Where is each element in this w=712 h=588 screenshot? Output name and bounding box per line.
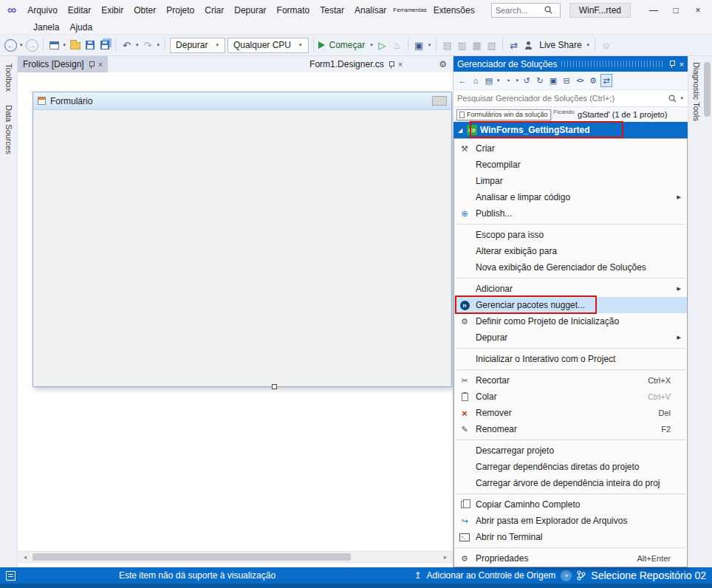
solution-search-input[interactable] [457, 94, 665, 103]
project-node[interactable]: ◢ C# WinForms_GettingStarted [453, 122, 688, 138]
redo-dropdown-icon[interactable]: ▾ [157, 42, 160, 48]
select-repository-button[interactable]: Selecione Repositório 02 [591, 570, 706, 581]
menu-janela[interactable]: Janela [28, 21, 64, 34]
menu-criar[interactable]: Criar [199, 4, 229, 17]
nest-files-icon[interactable]: ▣ [547, 74, 559, 87]
new-project-dropdown-icon[interactable]: ▾ [64, 42, 66, 48]
scrollbar-track[interactable] [31, 552, 439, 562]
menu-obter[interactable]: Obter [129, 4, 161, 17]
quick-search[interactable] [491, 3, 561, 18]
live-share-dropdown-icon[interactable]: ▾ [587, 42, 590, 48]
sign-in-icon[interactable]: ⇄ [507, 38, 520, 52]
menu-item-limpar[interactable]: Limpar [454, 173, 687, 189]
start-dropdown-icon[interactable]: ▾ [370, 42, 373, 48]
expand-icon[interactable]: ◢ [456, 127, 464, 134]
solution-explorer-header[interactable]: Gerenciador de Soluções × [453, 56, 688, 72]
menu-extensoes[interactable]: Extensões [428, 4, 480, 17]
search-options-dropdown-icon[interactable]: ▾ [680, 95, 683, 101]
menu-item-copiar-caminho-completo[interactable]: Copiar Caminho Completo [454, 496, 687, 513]
back-dropdown-icon[interactable]: ▾ [20, 42, 23, 48]
properties-icon[interactable]: ⚙ [587, 74, 599, 87]
switch-views-icon[interactable]: ▤ [483, 74, 495, 87]
vertical-scrollbar-thumb[interactable] [704, 62, 711, 117]
collapse-all-icon[interactable]: ⊟ [561, 74, 572, 87]
menu-item-adicionar[interactable]: Adicionar ▶ [454, 281, 687, 297]
menu-editar[interactable]: Editar [63, 4, 96, 17]
redo-icon[interactable]: ↷ [142, 38, 154, 52]
designed-form[interactable]: Formulário [32, 92, 452, 387]
menu-projeto[interactable]: Projeto [161, 4, 199, 17]
close-button[interactable]: × [687, 1, 709, 19]
menu-ferramentas[interactable]: Ferramentas [391, 5, 428, 15]
live-share-label[interactable]: Live Share [539, 40, 581, 50]
view-code-icon[interactable]: <> [574, 74, 586, 87]
menu-item-descarregar-projeto[interactable]: Descarregar projeto [454, 442, 687, 459]
menu-item-escopo[interactable]: Escopo para isso [454, 227, 687, 243]
drag-handle[interactable] [561, 61, 663, 67]
sidebar-tab-toolbox[interactable]: Toolbox [4, 64, 13, 92]
menu-item-gerenciar-pacotes-nuget[interactable]: n Gerenciar pacotes nugget... [454, 297, 687, 313]
pin-icon[interactable] [88, 61, 95, 69]
menu-item-abrir-pasta-explorador[interactable]: ↪ Abrir pasta em Explorador de Arquivos [454, 513, 687, 529]
pending-dropdown-icon[interactable]: ▾ [516, 78, 519, 83]
menu-item-propriedades[interactable]: ⚙ Propriedades Alt+Enter [454, 550, 687, 567]
align-lefts-icon[interactable]: ▤ [441, 38, 453, 52]
tab-frolics-design[interactable]: Frolics [Design] × [18, 56, 108, 72]
menu-ajuda[interactable]: Ajuda [64, 21, 97, 34]
new-project-icon[interactable] [48, 38, 61, 52]
menu-item-nova-exibicao[interactable]: Nova exibição de Gerenciador de Soluções [454, 259, 687, 276]
pending-changes-icon[interactable]: ◔ [502, 74, 514, 87]
open-file-icon[interactable] [69, 38, 81, 52]
menu-item-remover[interactable]: × Remover Del [454, 405, 687, 421]
tab-form1-designer[interactable]: Form1.Designer.cs × [304, 56, 408, 72]
views-dropdown-icon[interactable]: ▾ [497, 78, 500, 83]
add-to-source-control-button[interactable]: Adicionar ao Controle de Origem [427, 570, 556, 581]
save-icon[interactable] [83, 38, 96, 52]
menu-item-carregar-arvore-dependencia[interactable]: Carregar árvore de dependência inteira d… [454, 475, 687, 491]
undo-dropdown-icon[interactable]: ▾ [136, 42, 139, 48]
menu-item-recompilar[interactable]: Recompilar [454, 157, 687, 173]
menu-item-alterar-exibicao[interactable]: Alterar exibição para [454, 243, 687, 259]
tab-options-gear-icon[interactable]: ⚙ [433, 56, 453, 72]
live-share-icon[interactable] [522, 38, 535, 52]
start-debug-icon[interactable] [318, 41, 325, 49]
menu-analisar[interactable]: Analisar [349, 4, 391, 17]
align-centers-icon[interactable]: ▥ [456, 38, 468, 52]
tab-close-icon[interactable]: × [98, 60, 103, 69]
menu-item-inicializar-interativo[interactable]: Inicializar o Interativo com o Project [454, 351, 687, 367]
horizontal-scrollbar[interactable]: ◂ ▸ [18, 551, 452, 563]
navigate-forward-icon[interactable]: → [26, 39, 38, 52]
align-tops-icon[interactable]: ▧ [485, 38, 498, 52]
menu-item-colar[interactable]: Colar Ctrl+V [454, 389, 687, 405]
home-icon[interactable]: ⌂ [470, 74, 482, 87]
pin-icon[interactable] [668, 60, 675, 68]
preview-selected-icon[interactable]: ⇄ [600, 74, 612, 87]
menu-formato[interactable]: Formato [272, 4, 315, 17]
scroll-left-icon[interactable]: ◂ [19, 553, 31, 561]
navigate-back-icon[interactable]: ← [4, 39, 17, 52]
menu-item-criar[interactable]: ⚒ Criar [454, 140, 687, 157]
menu-item-definir-projeto-inicializacao[interactable]: ⚙ Definir como Projeto de Inicialização [454, 313, 687, 329]
designed-form-body[interactable] [33, 110, 451, 386]
minimize-button[interactable]: — [643, 1, 665, 19]
menu-item-recortar[interactable]: ✂ Recortar Ctrl+X [454, 372, 687, 389]
sidebar-tab-diagnostic-tools[interactable]: Diagnostic Tools [692, 62, 701, 121]
menu-depurar[interactable]: Depurar [229, 4, 271, 17]
sync-with-active-icon[interactable]: ↺ [521, 74, 533, 87]
sidebar-tab-data-sources[interactable]: Data Sources [4, 105, 13, 154]
find-in-files-icon[interactable]: ▣ [413, 38, 425, 52]
undo-icon[interactable]: ↶ [120, 38, 133, 52]
output-window-icon[interactable] [6, 571, 16, 581]
pin-icon[interactable] [388, 61, 394, 69]
menu-item-analisar-limpar-codigo[interactable]: Analisar e limpar código ▶ [454, 189, 687, 205]
platform-combo[interactable]: Qualquer CPU ▾ [227, 38, 309, 53]
save-all-icon[interactable] [98, 38, 111, 52]
menu-item-depurar[interactable]: Depurar ▶ [454, 329, 687, 346]
hot-reload-icon[interactable]: ♨ [391, 38, 403, 52]
find-dropdown-icon[interactable]: ▾ [428, 42, 431, 48]
scroll-right-icon[interactable]: ▸ [439, 553, 451, 561]
back-icon[interactable]: ← [456, 74, 468, 87]
feedback-icon[interactable]: ☺ [600, 38, 612, 52]
menu-item-carregar-dependencias-diretas[interactable]: Carregar dependências diretas do projeto [454, 459, 687, 475]
scrollbar-thumb[interactable] [32, 553, 351, 561]
